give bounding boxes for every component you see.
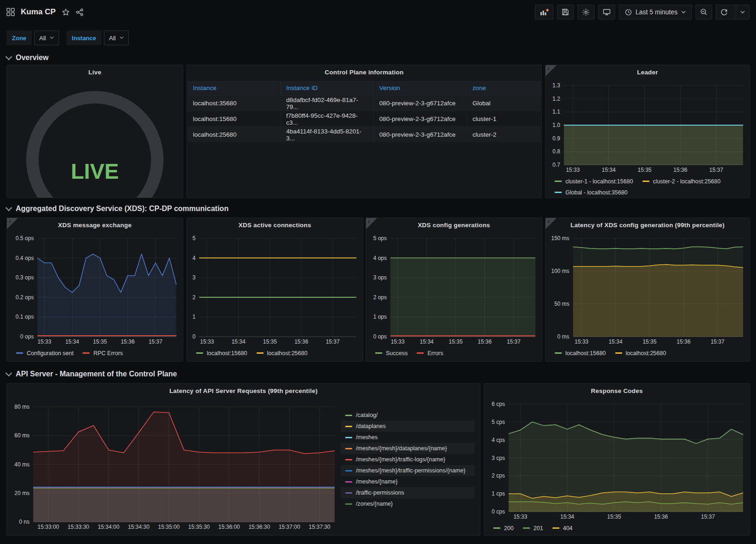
svg-text:1.0: 1.0 [552,122,560,128]
chart-canvas[interactable]: 0 ns20 ms40 ms60 ms80 ms15:33:0015:33:30… [11,403,339,532]
legend-item[interactable]: cluster-1 - localhost:15680 [555,176,633,186]
column-header[interactable]: Version [373,81,467,96]
legend-item[interactable]: /meshes/{mesh}/traffic-logs/{name} [341,454,474,465]
chart-canvas[interactable]: 0 ops0.1 ops0.2 ops0.3 ops0.4 ops0.5 ops… [9,235,181,346]
legend-item[interactable]: 200 [493,523,514,533]
panel-xds-active-connections: XDS active connections 01234515:3315:341… [186,218,363,362]
legend-item[interactable]: localhost:15680 [555,348,606,358]
legend-item[interactable]: Errors [417,348,443,358]
table-cell: localhost:25680 [187,127,280,143]
legend-item[interactable]: /meshes/{mesh}/dataplanes/{name} [341,443,474,454]
legend-item[interactable]: localhost:15680 [196,348,247,358]
info-triangle [366,218,377,229]
legend-item[interactable]: Global - localhost:35680 [555,187,628,197]
zone-variable-value[interactable]: All [34,30,59,45]
svg-text:15:33: 15:33 [575,338,588,345]
instance-variable-value[interactable]: All [104,30,128,45]
panel-title[interactable]: XDS config generations [366,218,542,232]
legend-label: cluster-1 - localhost:15680 [565,178,633,185]
legend-label: 201 [534,525,543,532]
panel-title[interactable]: Control Plane information [187,65,541,79]
svg-text:15:36: 15:36 [654,514,668,520]
zoom-out-button[interactable] [696,5,712,19]
series-color-dash [345,426,352,427]
legend-item[interactable]: /meshes/{mesh}/traffic-permissions/{name… [341,465,474,476]
legend-item[interactable]: localhost:25680 [257,348,308,358]
panel-title[interactable]: Response Codes [484,384,750,398]
cycle-view-mode-button[interactable] [598,5,615,19]
xds-message-legend: Configuration sentRPC Errors [7,346,183,361]
svg-text:15:36:30: 15:36:30 [248,524,270,530]
svg-text:15:35: 15:35 [93,338,107,345]
chevron-down-icon [681,11,686,14]
table-cell: 080-preview-2-3-g6712afce [373,111,467,127]
save-dashboard-button[interactable] [557,5,574,19]
info-triangle [546,65,557,76]
legend-item[interactable]: /meshes/{name} [341,476,474,487]
panel-info-corner[interactable]: i [7,218,19,230]
dashboard-grid-icon[interactable] [6,8,15,16]
legend-item[interactable]: /meshes [341,432,474,443]
time-range-picker[interactable]: Last 5 minutes [619,5,692,19]
legend-item[interactable]: 404 [552,523,573,533]
svg-text:15:37: 15:37 [709,167,723,173]
section-xds[interactable]: Aggregated Discovery Service (XDS): CP-D… [6,204,228,214]
series-color-dash [345,492,352,494]
panel-info-corner[interactable]: i [366,218,378,230]
refresh-interval-dropdown[interactable] [736,5,749,19]
panel-info-corner[interactable]: i [546,218,558,230]
xds-generations-legend: SuccessErrors [366,346,542,361]
panel-title[interactable]: XDS message exchange [7,218,183,232]
refresh-button[interactable] [716,5,732,19]
chart-canvas[interactable]: 0 ops1 ops2 ops3 ops4 ops5 ops15:3315:34… [368,235,540,346]
chevron-down-icon [120,36,124,39]
svg-text:15:36: 15:36 [677,338,690,345]
dashboard-settings-button[interactable] [577,5,594,19]
table-cell: 080-preview-2-3-g6712afce [373,127,467,143]
panel-title[interactable]: Latency of API Server Requests (99th per… [7,384,480,398]
column-header[interactable]: Instance [187,81,280,96]
section-overview[interactable]: Overview [6,53,48,63]
panel-title[interactable]: Latency of XDS config generation (99th p… [546,218,750,232]
add-panel-button[interactable] [535,5,553,19]
legend-item[interactable]: /dataplanes [341,421,474,432]
panel-info-corner[interactable]: i [546,65,558,77]
table-cell: 080-preview-2-3-g6712afce [373,96,467,111]
series-color-dash [615,352,622,354]
svg-text:1 ops: 1 ops [373,314,387,320]
chart-canvas[interactable]: 0 cps1 cps2 cps3 cps4 cps5 cps6 cps15:33… [486,400,748,521]
star-icon[interactable] [62,8,70,16]
svg-text:60 ms: 60 ms [14,432,30,439]
legend-item[interactable]: Configuration sent [16,348,73,358]
column-header[interactable]: zone [467,81,541,96]
chart-canvas[interactable]: 0.70.80.91.01.11.21.315:3315:3415:3515:3… [547,82,748,175]
share-icon[interactable] [76,8,84,16]
legend-label: /zones/{name} [356,501,393,507]
section-api-server[interactable]: API Server - Management of the Control P… [6,369,177,379]
chart-canvas[interactable]: 01234515:3315:3415:3515:3615:37 [189,235,361,346]
chart-canvas[interactable]: 0 ms50 ms100 ms150 ms15:3315:3415:3515:3… [547,235,748,346]
legend-label: /meshes [356,434,378,441]
legend-item[interactable]: /zones/{name} [341,498,474,509]
panel-title[interactable]: Live [7,65,183,79]
panel-title[interactable]: Leader [546,65,750,79]
legend-label: cluster-2 - localhost:25680 [653,178,721,185]
column-header[interactable]: Instance ID [280,81,373,96]
legend-item[interactable]: RPC Errors [83,348,123,358]
svg-text:0.7: 0.7 [552,162,560,168]
legend-item[interactable]: 201 [523,523,543,533]
svg-text:1.3: 1.3 [552,82,560,89]
legend-item[interactable]: /traffic-permissions [341,487,474,498]
panel-title[interactable]: XDS active connections [187,218,363,232]
panel-xds-message-exchange: i XDS message exchange 0 ops0.1 ops0.2 o… [6,218,183,362]
legend-item[interactable]: Success [375,348,408,358]
legend-label: Success [386,350,408,357]
nav-toolbar: Last 5 minutes [535,5,750,19]
svg-text:15:36: 15:36 [478,338,492,345]
legend-label: 200 [504,525,514,532]
response-codes-legend: 200201404 [484,521,750,536]
svg-text:15:37:00: 15:37:00 [279,524,300,530]
legend-item[interactable]: cluster-2 - localhost:25680 [642,176,721,186]
legend-item[interactable]: /catalog/ [341,410,474,421]
legend-item[interactable]: localhost:25680 [615,348,666,358]
